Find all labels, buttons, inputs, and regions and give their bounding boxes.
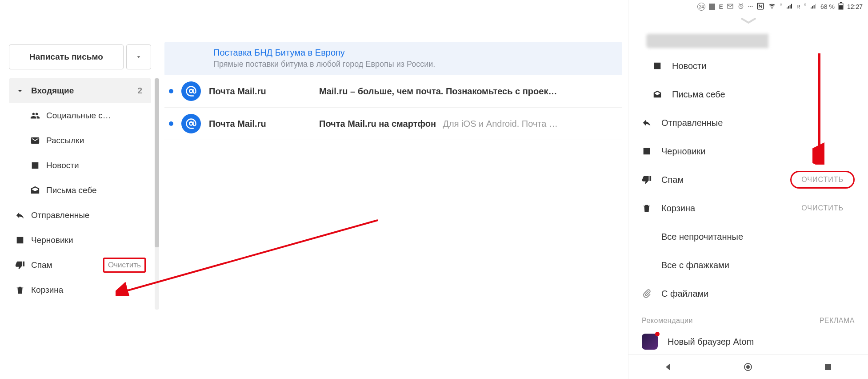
sidebar-item-social[interactable]: Социальные с… xyxy=(9,103,151,128)
android-nav-bar xyxy=(628,354,868,379)
sidebar-item-label: Отправленные xyxy=(31,210,146,220)
unread-dot-icon xyxy=(169,89,173,93)
mobile-item-label: Все с флажками xyxy=(661,260,855,270)
mobile-item-sent[interactable]: Отправленные xyxy=(642,109,855,137)
nfc-icon xyxy=(756,2,764,12)
sidebar-item-label: Социальные с… xyxy=(46,111,146,121)
message-sender: Почта Mail.ru xyxy=(209,119,311,129)
svg-rect-7 xyxy=(839,5,843,9)
e-icon: E xyxy=(719,3,723,10)
at-sign-icon xyxy=(185,85,197,97)
folder-list: Входящие 2 Социальные с… Рассылки Новост… xyxy=(9,78,151,302)
desktop-sidebar: Написать письмо Входящие 2 Социальные с…… xyxy=(9,44,151,302)
mobile-item-trash[interactable]: Корзина ОЧИСТИТЬ xyxy=(642,194,855,222)
sidebar-item-drafts[interactable]: Черновики xyxy=(9,228,151,253)
notif-count-icon: 24 xyxy=(697,3,705,11)
nav-back-button[interactable] xyxy=(663,362,674,372)
status-bar: 24 E ··· × R × 68 % 12:27 xyxy=(628,0,868,13)
svg-rect-6 xyxy=(840,2,842,3)
drafts-icon xyxy=(15,235,25,245)
wifi-icon xyxy=(768,2,776,12)
account-header-blurred xyxy=(646,34,850,48)
inbox-self-icon xyxy=(30,185,40,195)
sidebar-item-trash[interactable]: Корзина xyxy=(9,278,151,302)
clear-spam-link[interactable]: Очистить xyxy=(103,258,146,273)
at-sign-icon xyxy=(185,117,197,130)
message-row[interactable]: Почта Mail.ru Mail.ru – больше, чем почт… xyxy=(164,75,622,108)
message-row[interactable]: Почта Mail.ru Почта Mail.ru на смартфон … xyxy=(164,108,622,140)
inbox-self-icon xyxy=(652,89,662,99)
people-icon xyxy=(30,111,40,121)
sidebar-item-spam[interactable]: Спам Очистить xyxy=(9,253,151,278)
unread-dot-icon xyxy=(169,121,173,126)
sidebar-item-label: Входящие xyxy=(31,86,131,96)
message-subject: Почта Mail.ru на смартфон xyxy=(319,119,436,129)
battery-icon xyxy=(838,2,844,12)
clock: 12:27 xyxy=(847,3,863,10)
attachment-icon xyxy=(642,289,652,298)
unread-count: 2 xyxy=(137,86,142,96)
news-icon xyxy=(652,61,662,71)
sidebar-item-self[interactable]: Письма себе xyxy=(9,178,151,203)
sidebar-item-inbox[interactable]: Входящие 2 xyxy=(9,78,151,103)
promo-subtitle: Прямые поставки битума в любой город Евр… xyxy=(213,60,612,69)
mail-status-icon xyxy=(727,3,734,11)
reply-icon xyxy=(15,210,25,220)
mobile-clear-trash[interactable]: ОЧИСТИТЬ xyxy=(790,199,855,217)
sidebar-item-label: Спам xyxy=(31,260,97,270)
sidebar-item-newsletters[interactable]: Рассылки xyxy=(9,128,151,153)
mobile-item-unread[interactable]: Все непрочитанные xyxy=(642,222,855,251)
sidebar-item-sent[interactable]: Отправленные xyxy=(9,203,151,228)
promo-title: Поставка БНД Битума в Европу xyxy=(213,48,612,58)
compose-dropdown[interactable] xyxy=(126,44,151,69)
mobile-item-label: Черновики xyxy=(661,146,855,157)
sidebar-item-label: Корзина xyxy=(31,285,146,295)
mobile-item-flagged[interactable]: Все с флажками xyxy=(642,251,855,279)
mail-arrow-icon xyxy=(30,136,40,145)
signal-2-icon xyxy=(810,3,817,11)
mobile-item-self[interactable]: Письма себе xyxy=(642,80,855,109)
mobile-clear-spam[interactable]: ОЧИСТИТЬ xyxy=(790,171,855,189)
mobile-item-news[interactable]: Новости xyxy=(642,52,855,80)
mobile-reco-item[interactable]: Новый браузер Atom xyxy=(628,329,868,354)
mobile-item-label: Новости xyxy=(672,61,855,71)
compose-button[interactable]: Написать письмо xyxy=(9,44,124,69)
thumb-down-icon xyxy=(15,260,25,270)
sidebar-item-label: Письма себе xyxy=(46,185,146,195)
mobile-section-header: Рекомендации РЕКЛАМА xyxy=(628,308,868,329)
message-sender: Почта Mail.ru xyxy=(209,86,311,97)
section-left: Рекомендации xyxy=(642,317,693,325)
svg-point-9 xyxy=(746,365,750,369)
trash-icon xyxy=(15,285,25,295)
alarm-icon xyxy=(737,3,744,11)
sender-avatar xyxy=(181,81,201,101)
reco-label: Новый браузер Atom xyxy=(668,337,754,347)
compose-label: Написать письмо xyxy=(29,52,103,62)
caret-down-icon xyxy=(135,53,142,60)
sidebar-item-label: Рассылки xyxy=(46,136,146,145)
mobile-item-label: Все непрочитанные xyxy=(661,232,855,242)
sender-avatar xyxy=(181,114,201,133)
mobile-item-label: С файлами xyxy=(661,289,855,299)
message-subject-wrap: Почта Mail.ru на смартфон Для iOS и Andr… xyxy=(319,119,618,129)
mobile-item-label: Отправленные xyxy=(661,118,855,128)
scrollbar[interactable] xyxy=(155,78,159,310)
promo-banner[interactable]: Поставка БНД Битума в Европу Прямые пост… xyxy=(164,42,622,75)
nav-recents-button[interactable] xyxy=(823,362,833,372)
thumb-down-icon xyxy=(642,175,652,185)
more-icon: ··· xyxy=(748,3,753,10)
battery-percent: 68 % xyxy=(820,3,835,10)
message-subject-wrap: Mail.ru – больше, чем почта. Познакомьте… xyxy=(319,86,618,97)
mobile-item-spam[interactable]: Спам ОЧИСТИТЬ xyxy=(642,165,855,194)
mobile-item-drafts[interactable]: Черновики xyxy=(642,137,855,165)
blue-dot-icon xyxy=(642,232,652,242)
sent-icon xyxy=(642,118,652,128)
nav-home-button[interactable] xyxy=(743,362,753,372)
drafts-icon xyxy=(642,146,652,156)
mobile-item-files[interactable]: С файлами xyxy=(642,279,855,308)
caret-down-icon xyxy=(15,86,25,96)
mobile-item-label: Корзина xyxy=(661,203,780,214)
sidebar-item-news[interactable]: Новости xyxy=(9,153,151,178)
svg-point-4 xyxy=(772,8,772,8)
message-list-pane: Поставка БНД Битума в Европу Прямые пост… xyxy=(164,42,622,140)
